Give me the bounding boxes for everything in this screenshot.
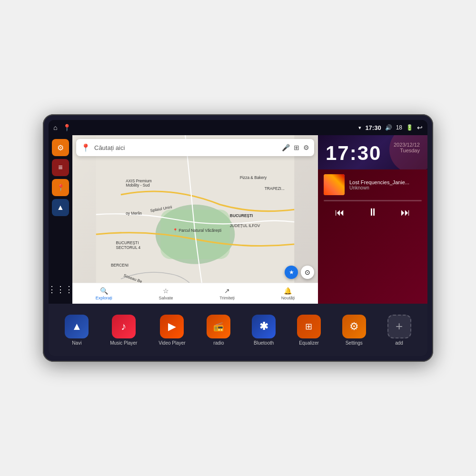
navi-label: Navi: [72, 340, 81, 346]
microphone-icon[interactable]: 🎤: [282, 144, 290, 151]
add-icon-img: +: [387, 315, 411, 338]
map-background: AXIS Premium Mobility - Sud Pizza & Bake…: [72, 135, 318, 304]
music-widget: Lost Frequencies_Janie... Unknown ⏮ ⏸ ⏭: [318, 169, 427, 304]
map-bottom-bar: 🔍 Explorați ☆ Salvate ↗ Trimiteți 🔔: [72, 283, 318, 304]
clock-day: Tuesday: [394, 148, 420, 153]
home-icon[interactable]: ⌂: [53, 124, 57, 131]
map-saved-btn[interactable]: ☆ Salvate: [159, 287, 173, 300]
sidebar-settings-btn[interactable]: ⚙: [52, 139, 69, 156]
radio-icon-img: 📻: [207, 315, 230, 338]
sidebar-map-btn[interactable]: 📍: [52, 179, 69, 196]
settings-icon-img: ⚙: [342, 315, 366, 338]
navi-icon: ▲: [71, 320, 82, 333]
app-settings[interactable]: ⚙ Settings: [342, 315, 366, 346]
radio-icon: 📻: [213, 321, 224, 332]
settings-label: Settings: [346, 340, 363, 346]
explore-icon: 🔍: [100, 287, 108, 295]
status-right: ▾ 17:30 🔊 18 🔋 ↩: [358, 124, 423, 131]
radio-label: radio: [213, 340, 224, 346]
equalizer-icon: ⊞: [305, 321, 312, 332]
clock-date-block: 2023/12/12 Tuesday: [394, 142, 420, 153]
star-nav-icon: ★: [289, 269, 294, 276]
explore-label: Explorați: [96, 296, 112, 300]
battery-level: 18: [396, 124, 402, 131]
map-search-bar[interactable]: 📍 Căutați aici 🎤 ⊞ ⚙: [76, 139, 314, 156]
map-svg: AXIS Premium Mobility - Sud Pizza & Bake…: [72, 135, 318, 304]
app-music-player[interactable]: ♪ Music Player: [110, 315, 137, 346]
bluetooth-icon: ✱: [259, 320, 268, 333]
saved-label: Salvate: [159, 296, 173, 300]
app-navi[interactable]: ▲ Navi: [65, 315, 89, 346]
app-video-player[interactable]: ▶ Video Player: [159, 315, 186, 346]
status-bar: ⌂ 📍 ▾ 17:30 🔊 18 🔋 ↩: [49, 120, 427, 135]
app-add[interactable]: + add: [387, 315, 411, 346]
album-art: [324, 174, 345, 195]
grid-icon: ⋮⋮⋮: [49, 284, 73, 295]
sidebar-grid-btn[interactable]: ⋮⋮⋮: [52, 281, 69, 298]
search-settings-icon[interactable]: ⚙: [303, 144, 309, 151]
next-button[interactable]: ⏭: [401, 207, 410, 218]
sidebar: ⚙ ≡ 📍 ▲ ⋮⋮⋮: [49, 135, 72, 304]
saved-icon: ☆: [163, 287, 169, 295]
status-left: ⌂ 📍: [53, 124, 71, 131]
music-label: Music Player: [110, 340, 137, 346]
svg-text:Mobility - Sud: Mobility - Sud: [126, 183, 150, 188]
prev-button[interactable]: ⏮: [335, 207, 345, 218]
map-news-btn[interactable]: 🔔 Noutăți: [281, 287, 295, 300]
sidebar-menu-btn[interactable]: ≡: [52, 159, 69, 176]
status-time: 17:30: [365, 124, 381, 131]
clock-date: 2023/12/12: [394, 142, 420, 148]
crosshair-icon: ⊙: [305, 268, 310, 276]
svg-text:📍 Parcul Natural Văcărești: 📍 Parcul Natural Văcărești: [173, 228, 221, 233]
svg-text:oy Merlin: oy Merlin: [126, 211, 142, 216]
music-controls: ⏮ ⏸ ⏭: [324, 206, 422, 218]
song-details: Lost Frequencies_Janie... Unknown: [349, 179, 422, 190]
sidebar-nav-btn[interactable]: ▲: [52, 199, 69, 216]
right-panel: 17:30 2023/12/12 Tuesday Los: [318, 135, 427, 304]
music-info: Lost Frequencies_Janie... Unknown: [324, 174, 422, 195]
svg-text:BUCUREȘTI: BUCUREȘTI: [116, 240, 139, 245]
bt-icon-img: ✱: [252, 315, 276, 338]
svg-text:Pizza & Bakery: Pizza & Bakery: [240, 175, 267, 180]
song-artist: Unknown: [349, 185, 422, 190]
expand-icon[interactable]: ⊞: [294, 144, 299, 151]
main-content: ⚙ ≡ 📍 ▲ ⋮⋮⋮: [49, 135, 427, 304]
navigate-fab[interactable]: ★: [285, 266, 298, 279]
add-label: add: [395, 340, 403, 346]
song-title: Lost Frequencies_Janie...: [349, 179, 422, 185]
news-label: Noutăți: [281, 296, 295, 300]
gear-icon: ⚙: [57, 143, 64, 152]
music-icon-img: ♪: [112, 315, 136, 338]
map-share-btn[interactable]: ↗ Trimiteți: [219, 287, 235, 300]
app-radio[interactable]: 📻 radio: [207, 315, 230, 346]
app-bluetooth[interactable]: ✱ Bluetooth: [252, 315, 276, 346]
app-grid: ▲ Navi ♪ Music Player ▶ Video Player 📻: [49, 304, 427, 356]
svg-text:BUCUREȘTI: BUCUREȘTI: [230, 213, 253, 218]
map-icon[interactable]: 📍: [63, 124, 71, 131]
clock-time: 17:30: [326, 142, 381, 165]
navigate-icon: ▲: [57, 203, 64, 212]
location-icon: 📍: [57, 184, 65, 191]
music-progress-bar[interactable]: [324, 200, 422, 201]
svg-text:JUDEȚUL ILFOV: JUDEȚUL ILFOV: [230, 223, 260, 228]
app-equalizer[interactable]: ⊞ Equalizer: [297, 315, 321, 346]
volume-icon: 🔊: [385, 124, 392, 131]
video-icon: ▶: [168, 320, 176, 333]
clock-top-row: 17:30 2023/12/12 Tuesday: [326, 142, 420, 165]
pause-button[interactable]: ⏸: [367, 206, 378, 218]
album-art-inner: [324, 174, 345, 195]
battery-icon: 🔋: [406, 124, 413, 131]
back-icon[interactable]: ↩: [417, 124, 423, 131]
eq-label: Equalizer: [299, 340, 319, 346]
menu-icon: ≡: [58, 163, 62, 172]
google-maps-icon: 📍: [81, 143, 90, 152]
svg-text:SECTORUL 4: SECTORUL 4: [116, 245, 140, 250]
add-icon: +: [396, 319, 403, 334]
search-input-text[interactable]: Căutați aici: [94, 144, 278, 151]
location-fab[interactable]: ⊙: [301, 266, 314, 279]
wifi-icon: ▾: [358, 125, 361, 131]
map-explore-btn[interactable]: 🔍 Explorați: [96, 287, 112, 300]
video-label: Video Player: [159, 340, 186, 346]
navi-icon-img: ▲: [65, 315, 89, 338]
map-container[interactable]: AXIS Premium Mobility - Sud Pizza & Bake…: [72, 135, 318, 304]
